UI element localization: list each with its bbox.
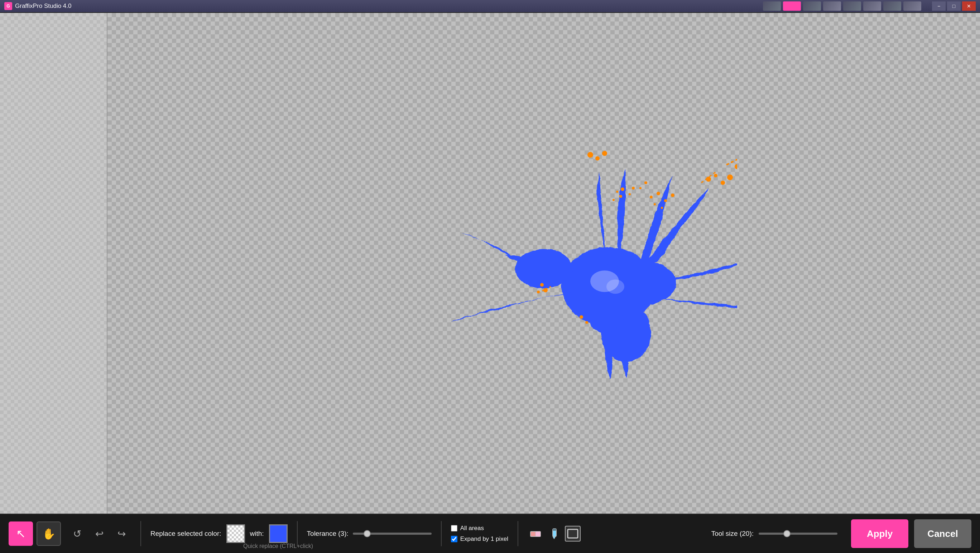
- all-areas-label: All areas: [460, 525, 484, 532]
- minimize-button[interactable]: −: [932, 2, 946, 11]
- tool-size-section: Tool size (20):: [711, 530, 837, 538]
- reset-icon: ↺: [73, 528, 81, 540]
- maximize-button[interactable]: □: [947, 2, 961, 11]
- svg-point-45: [628, 193, 631, 195]
- expand-pixel-label: Expand by 1 pixel: [460, 536, 508, 543]
- tool-size-slider[interactable]: [759, 532, 837, 535]
- pen-tool-button[interactable]: [546, 526, 562, 542]
- undo-icon: ↩: [95, 528, 103, 540]
- taskbar-thumb-active[interactable]: [783, 2, 801, 11]
- divider-4: [517, 521, 518, 546]
- taskbar-thumb[interactable]: [823, 2, 841, 11]
- svg-line-37: [726, 156, 737, 165]
- svg-point-24: [650, 195, 652, 199]
- with-label: with:: [250, 530, 264, 538]
- svg-point-4: [587, 290, 622, 333]
- hand-tool-button[interactable]: ✋: [37, 521, 61, 546]
- tool-size-slider-container: [759, 532, 837, 535]
- svg-point-31: [537, 291, 540, 293]
- svg-point-1: [515, 249, 573, 288]
- arrow-tool-button[interactable]: ↖: [9, 521, 33, 546]
- main-area: [0, 13, 980, 513]
- tolerance-slider-container: [353, 532, 432, 535]
- svg-point-7: [587, 152, 593, 157]
- replace-label: Replace selected color:: [150, 530, 221, 538]
- history-group: ↺ ↩ ↪: [67, 524, 131, 543]
- hand-icon: ✋: [42, 528, 56, 540]
- quick-replace-hint: Quick replace (CTRL+click): [243, 543, 313, 550]
- source-color-group: [226, 524, 245, 543]
- titlebar: G GraffixPro Studio 4.0 − □ ✕: [0, 0, 980, 13]
- rectangle-icon: [566, 527, 579, 540]
- divider-3: [441, 521, 442, 546]
- tool-size-label: Tool size (20):: [711, 530, 754, 538]
- canvas-area[interactable]: [107, 13, 980, 513]
- svg-point-10: [735, 164, 737, 169]
- svg-point-33: [579, 315, 583, 319]
- taskbar-thumb[interactable]: [883, 2, 901, 11]
- eraser-tool-button[interactable]: [528, 526, 543, 542]
- svg-rect-53: [536, 531, 541, 537]
- svg-point-25: [657, 192, 660, 195]
- rectangle-tool-button[interactable]: [565, 526, 581, 542]
- svg-point-30: [540, 283, 544, 286]
- svg-point-47: [644, 181, 647, 184]
- replace-color-section: Replace selected color: with: Quick repl…: [150, 524, 288, 543]
- svg-rect-57: [568, 529, 578, 538]
- svg-rect-56: [553, 529, 556, 531]
- svg-point-42: [619, 195, 622, 198]
- paint-splash: [415, 132, 737, 405]
- window-controls: − □ ✕: [932, 2, 976, 11]
- reset-button[interactable]: ↺: [67, 524, 87, 543]
- app-icon: G: [4, 2, 12, 10]
- divider-1: [140, 521, 141, 546]
- tolerance-slider[interactable]: [353, 532, 432, 535]
- source-color-swatch[interactable]: [226, 524, 245, 543]
- taskbar-thumb[interactable]: [904, 2, 921, 11]
- tolerance-section: Tolerance (3):: [307, 530, 432, 538]
- paint-tool-group: [528, 526, 581, 542]
- left-panel: [0, 13, 107, 513]
- undo-button[interactable]: ↩: [89, 524, 109, 543]
- svg-point-16: [721, 181, 725, 185]
- expand-pixel-checkbox-row[interactable]: Expand by 1 pixel: [451, 536, 508, 543]
- redo-icon: ↪: [118, 528, 126, 540]
- svg-point-44: [621, 188, 624, 191]
- cancel-button[interactable]: Cancel: [914, 519, 971, 548]
- action-buttons: Apply Cancel: [851, 519, 971, 548]
- svg-point-28: [671, 194, 675, 197]
- app-title: GraffixPro Studio 4.0: [15, 3, 752, 10]
- svg-point-15: [714, 174, 718, 177]
- svg-point-46: [632, 187, 635, 189]
- tolerance-label: Tolerance (3):: [307, 530, 348, 538]
- all-areas-checkbox[interactable]: [451, 525, 457, 531]
- arrow-icon: ↖: [16, 527, 26, 540]
- checkbox-section: All areas Expand by 1 pixel: [451, 525, 508, 543]
- target-color-swatch[interactable]: [269, 524, 288, 543]
- svg-point-48: [640, 187, 641, 189]
- svg-point-9: [602, 151, 607, 156]
- svg-point-8: [595, 156, 600, 160]
- expand-pixel-checkbox[interactable]: [451, 536, 457, 542]
- close-button[interactable]: ✕: [962, 2, 976, 11]
- svg-point-27: [664, 199, 667, 202]
- apply-button[interactable]: Apply: [851, 519, 908, 548]
- svg-point-29: [661, 207, 663, 209]
- redo-button[interactable]: ↪: [112, 524, 131, 543]
- svg-point-43: [612, 199, 615, 201]
- taskbar-thumb[interactable]: [763, 2, 781, 11]
- divider-2: [297, 521, 298, 546]
- svg-point-17: [727, 175, 733, 180]
- svg-point-41: [616, 191, 618, 193]
- taskbar-thumb[interactable]: [843, 2, 861, 11]
- taskbar-thumb[interactable]: [863, 2, 881, 11]
- svg-point-26: [654, 203, 656, 205]
- svg-marker-55: [553, 537, 555, 539]
- svg-point-6: [606, 280, 624, 294]
- eraser-icon: [529, 527, 542, 540]
- all-areas-checkbox-row[interactable]: All areas: [451, 525, 508, 532]
- toolbar: ↖ ✋ ↺ ↩ ↪ Replace selected color: with: …: [0, 513, 980, 553]
- taskbar-thumb[interactable]: [803, 2, 821, 11]
- pen-icon: [548, 527, 560, 540]
- nav-tool-group: ↖ ✋: [9, 521, 61, 546]
